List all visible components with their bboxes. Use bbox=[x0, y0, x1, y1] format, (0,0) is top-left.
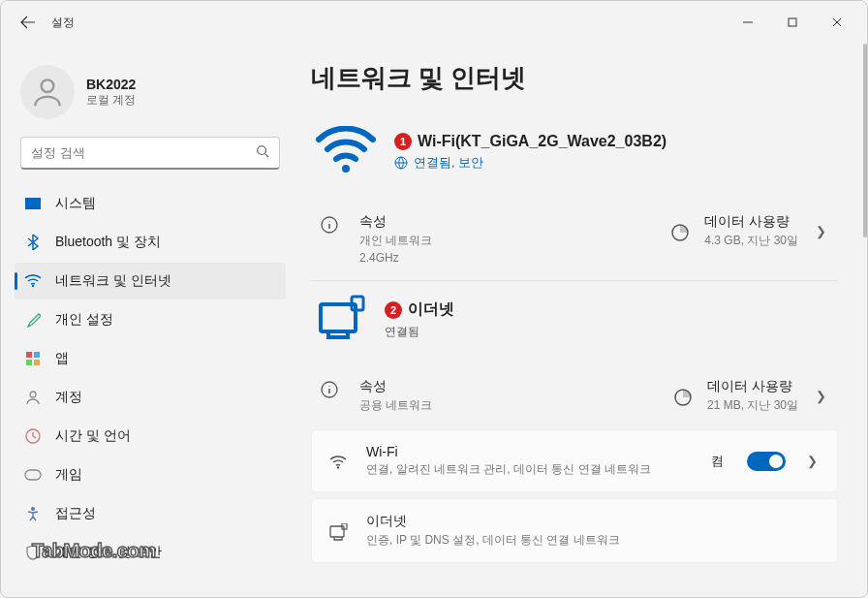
wifi-icon bbox=[24, 272, 42, 290]
accessibility-icon bbox=[24, 505, 42, 522]
sidebar-item-accounts[interactable]: 계정 bbox=[15, 379, 286, 416]
ethernet-data-usage[interactable]: 데이터 사용량 21 MB, 지난 30일 bbox=[707, 378, 798, 414]
svg-rect-10 bbox=[34, 360, 40, 365]
svg-point-2 bbox=[42, 79, 54, 92]
ethernet-properties[interactable]: 속성 공용 네트워크 bbox=[359, 378, 432, 414]
nav-list: 시스템 Bluetooth 및 장치 네트워크 및 인터넷 개인 설정 앱 계정 bbox=[9, 185, 292, 571]
system-icon bbox=[24, 195, 42, 212]
app-title: 설정 bbox=[51, 15, 75, 31]
minimize-icon bbox=[743, 17, 753, 27]
wifi-icon-large bbox=[315, 126, 377, 178]
sidebar-item-personalization[interactable]: 개인 설정 bbox=[15, 301, 286, 338]
usage-sub: 21 MB, 지난 30일 bbox=[707, 397, 798, 414]
chevron-right-icon[interactable]: ❯ bbox=[803, 450, 822, 472]
ethernet-connection-hero: 2 이더넷 연결됨 bbox=[311, 281, 838, 362]
ethernet-icon bbox=[327, 521, 349, 541]
brush-icon bbox=[24, 311, 42, 329]
svg-rect-9 bbox=[26, 360, 32, 365]
ethernet-settings-card[interactable]: 이더넷 인증, IP 및 DNS 설정, 데이터 통신 연결 네트워크 bbox=[311, 498, 838, 563]
props-sub1: 개인 네트워크 bbox=[359, 233, 432, 249]
card-sub: 연결, 알려진 네트워크 관리, 데이터 통신 연결 네트워크 bbox=[366, 461, 676, 478]
titlebar: 설정 bbox=[1, 1, 867, 44]
ethernet-info-row: 속성 공용 네트워크 데이터 사용량 21 MB, 지난 30일 ❯ bbox=[311, 362, 838, 429]
sidebar-item-bluetooth[interactable]: Bluetooth 및 장치 bbox=[15, 224, 286, 261]
data-usage-icon bbox=[669, 221, 691, 242]
sidebar-item-network[interactable]: 네트워크 및 인터넷 bbox=[15, 263, 286, 299]
svg-rect-5 bbox=[25, 198, 41, 209]
clock-icon bbox=[24, 427, 42, 445]
props-label: 속성 bbox=[359, 213, 432, 231]
maximize-button[interactable] bbox=[770, 7, 815, 38]
svg-rect-7 bbox=[26, 352, 32, 358]
wifi-settings-card[interactable]: Wi-Fi 연결, 알려진 네트워크 관리, 데이터 통신 연결 네트워크 켬 … bbox=[311, 429, 838, 492]
back-button[interactable] bbox=[9, 5, 47, 40]
wifi-status: 연결됨, 보안 bbox=[414, 154, 483, 172]
usage-sub: 4.3 GB, 지난 30일 bbox=[704, 233, 798, 249]
main-content: 네트워크 및 인터넷 1 Wi-Fi(KT_GiGA_2G_Wave2_03B2… bbox=[292, 44, 867, 597]
search-icon bbox=[256, 144, 269, 161]
nav-label: 게임 bbox=[55, 466, 82, 484]
wifi-data-usage[interactable]: 데이터 사용량 4.3 GB, 지난 30일 bbox=[704, 213, 798, 249]
wifi-toggle[interactable] bbox=[747, 452, 786, 471]
svg-point-3 bbox=[258, 146, 266, 155]
svg-rect-13 bbox=[25, 470, 41, 480]
wifi-properties[interactable]: 속성 개인 네트워크 2.4GHz bbox=[359, 213, 432, 265]
card-title: 이더넷 bbox=[366, 513, 822, 530]
globe-icon bbox=[394, 156, 408, 170]
page-title: 네트워크 및 인터넷 bbox=[311, 61, 838, 95]
sidebar-item-apps[interactable]: 앱 bbox=[15, 340, 286, 377]
person-icon bbox=[24, 389, 42, 406]
user-icon bbox=[29, 74, 66, 110]
user-info: BK2022 로컬 계정 bbox=[86, 77, 136, 109]
game-icon bbox=[24, 466, 42, 484]
avatar bbox=[20, 65, 75, 119]
wifi-icon bbox=[327, 453, 349, 470]
user-name: BK2022 bbox=[86, 77, 136, 92]
sidebar-item-accessibility[interactable]: 접근성 bbox=[15, 495, 286, 532]
wifi-info-row: 속성 개인 네트워크 2.4GHz 데이터 사용량 4.3 GB, 지난 30일… bbox=[311, 198, 838, 281]
nav-label: 시간 및 언어 bbox=[55, 427, 131, 445]
maximize-icon bbox=[788, 17, 797, 27]
minimize-button[interactable] bbox=[726, 7, 770, 38]
svg-point-11 bbox=[30, 392, 36, 397]
user-subtitle: 로컬 계정 bbox=[86, 92, 136, 109]
ethernet-status: 연결됨 bbox=[385, 324, 454, 340]
toggle-label: 켬 bbox=[711, 453, 724, 470]
sidebar-item-gaming[interactable]: 게임 bbox=[15, 456, 286, 493]
svg-rect-1 bbox=[789, 18, 796, 26]
nav-label: 접근성 bbox=[55, 505, 96, 522]
close-button[interactable] bbox=[815, 7, 859, 38]
svg-point-6 bbox=[32, 285, 34, 287]
user-account-block[interactable]: BK2022 로컬 계정 bbox=[9, 51, 292, 137]
svg-point-23 bbox=[337, 466, 339, 468]
svg-point-14 bbox=[31, 507, 35, 511]
wifi-connection-hero: 1 Wi-Fi(KT_GiGA_2G_Wave2_03B2) 연결됨, 보안 bbox=[311, 118, 838, 198]
props-label: 속성 bbox=[359, 378, 432, 395]
annotation-badge-2: 2 bbox=[385, 301, 402, 319]
card-sub: 인증, IP 및 DNS 설정, 데이터 통신 연결 네트워크 bbox=[366, 532, 676, 549]
arrow-left-icon bbox=[20, 15, 36, 30]
sidebar-item-system[interactable]: 시스템 bbox=[15, 185, 286, 222]
props-sub2: 2.4GHz bbox=[359, 251, 432, 265]
sidebar-item-time-language[interactable]: 시간 및 언어 bbox=[15, 418, 286, 455]
nav-label: Bluetooth 및 장치 bbox=[55, 234, 161, 251]
search-box[interactable] bbox=[20, 137, 280, 170]
search-input[interactable] bbox=[31, 145, 256, 160]
info-icon bbox=[319, 213, 340, 235]
svg-point-15 bbox=[342, 165, 350, 173]
data-usage-icon bbox=[672, 386, 694, 407]
sidebar: BK2022 로컬 계정 시스템 Bluetooth 및 장치 네트워크 및 인… bbox=[1, 44, 292, 597]
chevron-right-icon[interactable]: ❯ bbox=[812, 385, 830, 407]
nav-label: 개인 설정 bbox=[55, 311, 113, 329]
usage-label: 데이터 사용량 bbox=[704, 213, 790, 231]
nav-label: 네트워크 및 인터넷 bbox=[55, 272, 171, 290]
nav-label: 앱 bbox=[55, 350, 69, 367]
nav-label: 계정 bbox=[55, 389, 82, 406]
svg-line-4 bbox=[265, 154, 269, 158]
svg-rect-8 bbox=[34, 352, 40, 358]
props-sub: 공용 네트워크 bbox=[359, 397, 432, 414]
chevron-right-icon[interactable]: ❯ bbox=[812, 220, 830, 242]
usage-label: 데이터 사용량 bbox=[707, 378, 792, 395]
wifi-network-name: Wi-Fi(KT_GiGA_2G_Wave2_03B2) bbox=[418, 133, 666, 150]
scrollbar[interactable] bbox=[863, 44, 867, 237]
